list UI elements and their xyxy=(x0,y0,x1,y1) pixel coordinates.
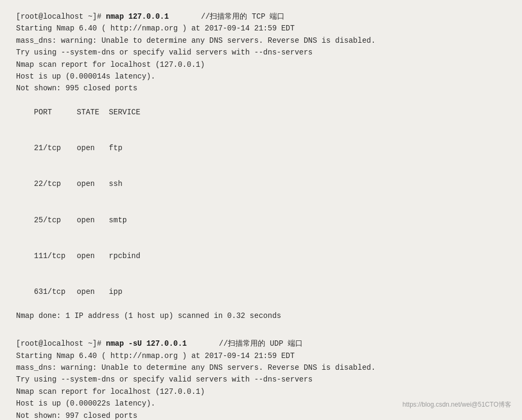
command-2: nmap -sU 127.0.0.1 xyxy=(106,338,187,349)
state-1-4: open xyxy=(77,286,109,298)
table-row-1-0: 21/tcpopenftp xyxy=(16,130,506,166)
line-starting-2: Starting Nmap 6.40 ( http://nmap.org ) a… xyxy=(16,350,506,362)
line-nmapscan-2: Nmap scan report for localhost (127.0.0.… xyxy=(16,386,506,398)
watermark-suffix: @51CTO博客 xyxy=(471,401,511,408)
cmd-line-2: [root@localhost ~]# nmap -sU 127.0.0.1//… xyxy=(16,338,506,349)
state-1-1: open xyxy=(77,178,109,190)
prompt-2: [root@localhost ~]# xyxy=(16,338,106,349)
port-1-1: 22/tcp xyxy=(34,178,77,190)
prompt-1: [root@localhost ~]# xyxy=(16,11,106,22)
service-1-3: rpcbind xyxy=(109,250,141,262)
line-hostup-1: Host is up (0.000014s latency). xyxy=(16,71,506,82)
port-1-4: 631/tcp xyxy=(34,286,77,298)
line-nmapscan-1: Nmap scan report for localhost (127.0.0.… xyxy=(16,59,506,71)
line-starting-1: Starting Nmap 6.40 ( http://nmap.org ) a… xyxy=(16,22,506,34)
comment-2: //扫描常用的 UDP 端口 xyxy=(219,338,303,349)
line-tryusing-1: Try using --system-dns or specify valid … xyxy=(16,46,506,58)
state-1-2: open xyxy=(77,214,109,226)
comment-1: //扫描常用的 TCP 端口 xyxy=(201,11,285,22)
state-1-3: open xyxy=(77,250,109,262)
port-1-0: 21/tcp xyxy=(34,142,77,154)
port-1-3: 111/tcp xyxy=(34,250,77,262)
table-row-1-4: 631/tcpopenipp xyxy=(16,274,506,310)
line-notshown-1: Not shown: 995 closed ports xyxy=(16,82,506,94)
tcp-scan-block: [root@localhost ~]# nmap 127.0.0.1//扫描常用… xyxy=(16,11,506,322)
watermark-url: https://blog.csdn.net/wei xyxy=(403,401,472,408)
cmd-line-1: [root@localhost ~]# nmap 127.0.0.1//扫描常用… xyxy=(16,11,506,22)
state-1-0: open xyxy=(77,142,109,154)
line-tryusing-2: Try using --system-dns or specify valid … xyxy=(16,374,506,385)
table-row-1-1: 22/tcpopenssh xyxy=(16,166,506,202)
port-1-2: 25/tcp xyxy=(34,214,77,226)
col-state-header-1: STATE xyxy=(77,106,109,118)
service-1-0: ftp xyxy=(109,142,122,154)
watermark: https://blog.csdn.net/wei@51CTO博客 xyxy=(403,400,511,409)
table-row-1-3: 111/tcpopenrpcbind xyxy=(16,238,506,274)
col-port-header-1: PORT xyxy=(34,106,77,118)
done-line-1: Nmap done: 1 IP address (1 host up) scan… xyxy=(16,310,506,322)
col-service-header-1: SERVICE xyxy=(109,106,141,118)
command-1: nmap 127.0.0.1 xyxy=(106,11,169,22)
service-1-2: smtp xyxy=(109,214,127,226)
line-notshown-2: Not shown: 997 closed ports xyxy=(16,410,506,421)
table-row-1-2: 25/tcpopensmtp xyxy=(16,202,506,238)
line-massdns-1: mass_dns: warning: Unable to determine a… xyxy=(16,35,506,46)
service-1-1: ssh xyxy=(109,178,122,190)
table-header-1: PORTSTATESERVICE xyxy=(16,95,506,130)
line-massdns-2: mass_dns: warning: Unable to determine a… xyxy=(16,362,506,374)
service-1-4: ipp xyxy=(109,286,122,298)
